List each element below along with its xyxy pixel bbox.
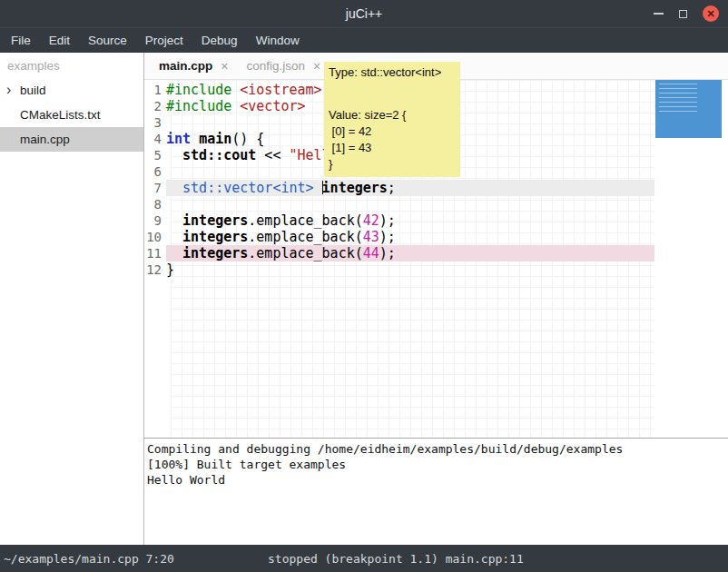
line-content xyxy=(166,196,654,212)
minimize-button[interactable] xyxy=(654,13,664,15)
tree-item-label: build xyxy=(20,84,46,97)
line-content: integers.emplace_back(44); xyxy=(166,245,654,261)
code-line[interactable]: 10 integers.emplace_back(43); xyxy=(144,229,654,245)
code-token xyxy=(231,98,240,114)
code-token: 43 xyxy=(363,229,379,245)
tooltip-line: } xyxy=(329,156,456,173)
line-number[interactable]: 4 xyxy=(144,131,166,147)
line-number[interactable]: 10 xyxy=(144,229,166,245)
line-number[interactable]: 5 xyxy=(144,147,166,163)
code-token: std::cout xyxy=(182,147,256,163)
code-token: <vector> xyxy=(240,98,305,114)
status-file-position: ~/examples/main.cpp 7:20 xyxy=(4,552,174,566)
menu-bar: FileEditSourceProjectDebugWindow xyxy=(0,27,728,53)
code-token: integers xyxy=(182,245,248,261)
code-token: ); xyxy=(379,229,396,245)
close-icon: ✕ xyxy=(706,9,714,19)
code-token: ); xyxy=(379,245,396,261)
code-token: std::vector<int> xyxy=(182,180,314,196)
debug-tooltip: Type: std::vector<int> Value: size=2 { [… xyxy=(324,62,460,177)
tab-label: config.json xyxy=(246,59,305,73)
code-token: ; xyxy=(388,180,396,196)
line-number[interactable]: 6 xyxy=(144,163,166,180)
line-number[interactable]: 1 xyxy=(144,82,166,98)
code-token: main xyxy=(199,131,231,147)
code-token xyxy=(166,147,182,163)
code-token: 42 xyxy=(363,212,379,229)
code-token: .emplace_back( xyxy=(248,212,362,229)
tab-label: main.cpp xyxy=(159,59,212,73)
tooltip-line: Value: size=2 { xyxy=(329,107,456,123)
code-token: integers xyxy=(182,229,248,245)
code-token xyxy=(231,82,240,98)
code-token xyxy=(166,180,182,196)
code-line[interactable]: 7 std::vector<int> integers; xyxy=(144,180,654,196)
restore-button[interactable] xyxy=(679,10,687,18)
tab-close-icon[interactable]: × xyxy=(313,59,320,74)
output-line: [100%] Built target examples xyxy=(147,457,728,472)
file-tree: ›buildCMakeLists.txtmain.cpp xyxy=(0,78,143,152)
line-number[interactable]: 11 xyxy=(144,245,166,261)
minimap-viewport[interactable] xyxy=(655,80,722,138)
code-line[interactable]: 12} xyxy=(144,261,654,278)
line-number[interactable]: 3 xyxy=(144,114,166,131)
code-token: .emplace_back( xyxy=(248,245,362,261)
code-line[interactable]: 8 xyxy=(144,196,654,212)
close-button[interactable]: ✕ xyxy=(703,5,719,22)
menu-item-edit[interactable]: Edit xyxy=(40,28,79,53)
tree-item-cmakelists-txt[interactable]: CMakeLists.txt xyxy=(0,103,143,127)
code-token xyxy=(191,131,199,147)
line-content: integers.emplace_back(43); xyxy=(166,229,654,245)
minimap[interactable] xyxy=(654,80,728,438)
minimize-icon xyxy=(654,13,664,15)
tab-main-cpp[interactable]: main.cpp× xyxy=(150,53,237,79)
code-token xyxy=(166,212,182,229)
tooltip-type-line: Type: std::vector<int> xyxy=(329,64,456,80)
line-content: } xyxy=(166,261,654,278)
code-token: } xyxy=(166,261,174,278)
output-line: Compiling and debugging /home/eidheim/ex… xyxy=(147,441,728,457)
line-number[interactable]: 7 xyxy=(144,180,166,196)
code-token: #include xyxy=(166,82,231,98)
code-line[interactable]: 11 integers.emplace_back(44); xyxy=(144,245,654,261)
code-token xyxy=(166,229,182,245)
tree-item-label: CMakeLists.txt xyxy=(20,108,101,122)
output-line: Hello World xyxy=(147,472,728,488)
code-token: ); xyxy=(379,212,396,229)
line-number[interactable]: 9 xyxy=(144,212,166,229)
chevron-right-icon[interactable]: › xyxy=(6,82,11,98)
status-debug-state: stopped (breakpoint 1.1) main.cpp:11 xyxy=(268,545,524,572)
line-number[interactable]: 2 xyxy=(144,98,166,114)
menu-item-debug[interactable]: Debug xyxy=(192,28,247,53)
line-content: integers.emplace_back(42); xyxy=(166,212,654,229)
tooltip-value-lines: Value: size=2 { [0] = 42 [1] = 43} xyxy=(329,107,456,173)
code-token xyxy=(314,180,322,196)
tab-close-icon[interactable]: × xyxy=(221,59,228,74)
title-bar: juCi++ ✕ xyxy=(0,0,728,27)
code-line[interactable]: 9 integers.emplace_back(42); xyxy=(144,212,654,229)
code-token: 44 xyxy=(363,245,379,261)
sidebar: examples ›buildCMakeLists.txtmain.cpp xyxy=(0,53,144,545)
restore-icon xyxy=(679,10,687,18)
menu-item-file[interactable]: File xyxy=(2,28,40,53)
app-window: juCi++ ✕ FileEditSourceProjectDebugWindo… xyxy=(0,0,728,572)
code-token: <iostream> xyxy=(240,82,321,98)
menu-item-project[interactable]: Project xyxy=(136,28,192,53)
code-token: () { xyxy=(231,131,264,147)
tooltip-line: [1] = 43 xyxy=(329,140,456,156)
tab-config-json[interactable]: config.json× xyxy=(237,53,330,79)
window-title: juCi++ xyxy=(0,6,728,21)
code-token: .emplace_back( xyxy=(248,229,362,245)
tooltip-line: [0] = 42 xyxy=(329,123,456,140)
code-token: integers xyxy=(182,212,248,229)
sidebar-header: examples xyxy=(0,53,143,78)
tree-item-build[interactable]: ›build xyxy=(0,78,143,103)
line-number[interactable]: 8 xyxy=(144,196,166,212)
line-number[interactable]: 12 xyxy=(144,261,166,278)
status-bar: ~/examples/main.cpp 7:20 stopped (breakp… xyxy=(0,545,728,572)
tree-item-main-cpp[interactable]: main.cpp xyxy=(0,127,143,152)
line-content: std::vector<int> integers; xyxy=(166,180,654,196)
menu-item-window[interactable]: Window xyxy=(247,28,309,53)
tree-item-label: main.cpp xyxy=(20,133,70,146)
menu-item-source[interactable]: Source xyxy=(79,28,136,53)
